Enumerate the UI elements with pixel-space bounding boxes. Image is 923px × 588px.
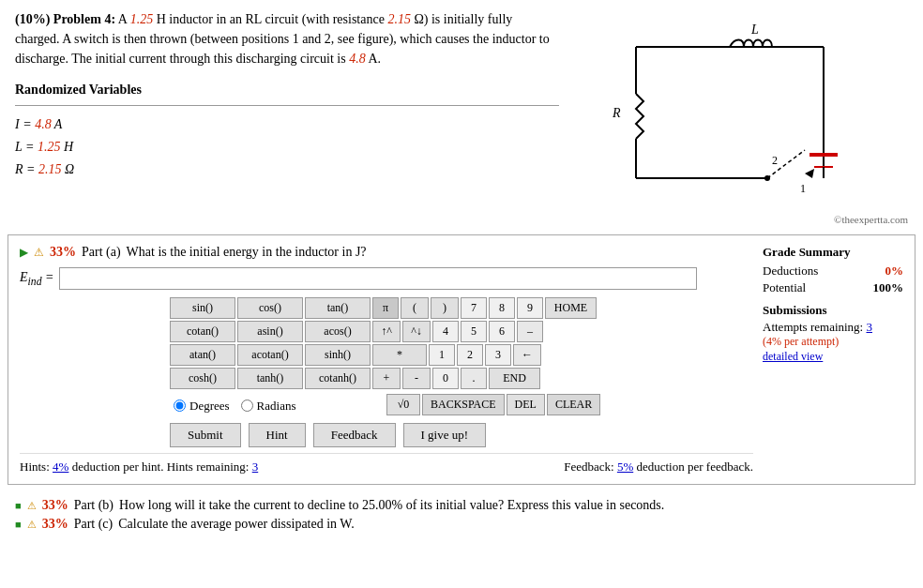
btn-dot[interactable]: .	[461, 368, 487, 389]
btn-open-paren[interactable]: (	[401, 297, 429, 319]
btn-2[interactable]: 2	[457, 344, 483, 366]
top-section: (10%) Problem 4: A 1.25 H inductor in an…	[0, 0, 923, 234]
i-value: 4.8	[349, 52, 366, 66]
calc-row-3: atan() acotan() sinh() * 1 2 3 ←	[170, 344, 600, 366]
gs-potential-val: 100%	[873, 280, 904, 295]
part-c-square: ■	[15, 519, 22, 530]
hints-label: Hints:	[20, 460, 50, 474]
btn-tanh[interactable]: tanh()	[237, 368, 303, 389]
l-unit: H inductor in an RL circuit (with resist…	[157, 12, 385, 26]
btn-asin[interactable]: asin()	[237, 321, 303, 342]
btn-acos[interactable]: acos()	[305, 321, 371, 342]
btn-subtract[interactable]: -	[402, 368, 431, 389]
part-b-percent: 33%	[42, 498, 68, 513]
input-row: Eind =	[20, 267, 753, 290]
gs-potential-row: Potential 100%	[763, 280, 903, 295]
gs-deductions-label: Deductions	[763, 264, 818, 279]
feedback-suffix: deduction per feedback.	[636, 460, 753, 474]
btn-end[interactable]: END	[489, 368, 540, 389]
gs-potential-label: Potential	[763, 280, 806, 295]
hints-pct-link[interactable]: 4%	[53, 460, 68, 474]
part-a-header: ▶ ⚠ 33% Part (a) What is the initial ene…	[20, 245, 903, 475]
part-a-title-row: ▶ ⚠ 33% Part (a) What is the initial ene…	[20, 245, 753, 260]
var-l: L = 1.25 H	[15, 136, 559, 158]
btn-5[interactable]: 5	[461, 321, 487, 342]
feedback-pct-link[interactable]: 5%	[617, 460, 633, 474]
svg-text:1: 1	[800, 182, 806, 195]
gs-deductions-row: Deductions 0%	[763, 264, 903, 279]
btn-cotan[interactable]: cotan()	[170, 321, 235, 342]
btn-atan[interactable]: atan()	[170, 344, 235, 366]
triangle-icon: ▶	[20, 246, 28, 260]
gs-detail-link[interactable]: detailed view	[763, 350, 823, 363]
calc-row-5: Degrees Radians √0 BACKSPACE DEL CLEAR	[170, 394, 600, 415]
circuit-diagram: L R 2 1	[570, 9, 908, 225]
btn-7[interactable]: 7	[461, 297, 487, 319]
btn-6[interactable]: 6	[489, 321, 515, 342]
btn-multiply[interactable]: *	[372, 344, 427, 366]
btn-acotan[interactable]: acotan()	[237, 344, 303, 366]
gs-attempts-link[interactable]: 3	[866, 320, 872, 334]
btn-sin[interactable]: sin()	[170, 297, 235, 319]
gs-title: Grade Summary	[763, 245, 903, 260]
hints-suffix: deduction per hint. Hints remaining:	[72, 460, 250, 474]
btn-plus[interactable]: +	[372, 368, 401, 389]
var-r: R = 2.15 Ω	[15, 158, 559, 181]
r-value: 2.15	[387, 12, 411, 26]
btn-cosh[interactable]: cosh()	[170, 368, 235, 389]
i-unit: A.	[368, 52, 381, 66]
feedback-right: Feedback: 5% deduction per feedback.	[564, 460, 753, 475]
submit-button[interactable]: Submit	[170, 423, 241, 447]
degrees-radio[interactable]	[174, 400, 186, 412]
gs-submissions-title: Submissions	[763, 303, 903, 318]
energy-input[interactable]	[59, 267, 697, 290]
btn-tan[interactable]: tan()	[305, 297, 371, 319]
btn-pi[interactable]: π	[372, 297, 399, 319]
radians-label: Radians	[257, 399, 296, 414]
hints-remaining-link[interactable]: 3	[252, 460, 259, 474]
part-c-percent: 33%	[42, 517, 68, 532]
radians-radio[interactable]	[241, 400, 253, 412]
btn-backspace[interactable]: BACKSPACE	[422, 394, 505, 415]
btn-clear[interactable]: CLEAR	[547, 394, 600, 415]
part-a-section: ▶ ⚠ 33% Part (a) What is the initial ene…	[8, 234, 915, 485]
btn-sqrt[interactable]: √0	[386, 394, 420, 415]
btn-exp-up[interactable]: ↑^	[372, 321, 401, 342]
feedback-label: Feedback:	[564, 460, 613, 474]
btn-del[interactable]: DEL	[507, 394, 545, 415]
btn-cotanh[interactable]: cotanh()	[305, 368, 371, 389]
copyright: ©theexpertta.com	[570, 214, 908, 225]
svg-text:R: R	[612, 106, 621, 120]
bottom-parts: ■ ⚠ 33% Part (b) How long will it take t…	[0, 492, 923, 541]
part-a-label: Part (a)	[82, 245, 121, 260]
calc-row-2: cotan() asin() acos() ↑^ ^↓ 4 5 6 –	[170, 321, 600, 342]
gs-per-attempt: (4% per attempt)	[763, 335, 903, 349]
btn-8[interactable]: 8	[489, 297, 515, 319]
btn-minus-op[interactable]: –	[517, 321, 543, 342]
part-b-square: ■	[15, 500, 22, 511]
btn-sinh[interactable]: sinh()	[305, 344, 371, 366]
btn-cos[interactable]: cos()	[237, 297, 303, 319]
part-b-row: ■ ⚠ 33% Part (b) How long will it take t…	[15, 498, 908, 513]
btn-close-paren[interactable]: )	[431, 297, 459, 319]
svg-text:2: 2	[772, 154, 778, 167]
part-c-row: ■ ⚠ 33% Part (c) Calculate the average p…	[15, 517, 908, 532]
btn-1[interactable]: 1	[429, 344, 455, 366]
btn-9[interactable]: 9	[517, 297, 543, 319]
svg-marker-15	[805, 169, 814, 178]
btn-back-arrow[interactable]: ←	[513, 344, 541, 366]
randomized-vars: Randomized Variables I = 4.8 A L = 1.25 …	[15, 80, 559, 180]
part-a-left: ▶ ⚠ 33% Part (a) What is the initial ene…	[20, 245, 753, 475]
feedback-button[interactable]: Feedback	[313, 423, 396, 447]
gs-deductions-val: 0%	[885, 264, 904, 279]
btn-exp-down[interactable]: ^↓	[402, 321, 431, 342]
btn-3[interactable]: 3	[485, 344, 511, 366]
btn-0[interactable]: 0	[432, 368, 459, 389]
btn-4[interactable]: 4	[432, 321, 459, 342]
part-b-label: Part (b)	[74, 498, 113, 513]
hint-button[interactable]: Hint	[249, 423, 306, 447]
part-c-question: Calculate the average power dissipated i…	[118, 517, 355, 532]
give-up-button[interactable]: I give up!	[403, 423, 487, 447]
part-a-question: What is the initial energy in the induct…	[127, 245, 367, 260]
btn-home[interactable]: HOME	[545, 297, 597, 319]
